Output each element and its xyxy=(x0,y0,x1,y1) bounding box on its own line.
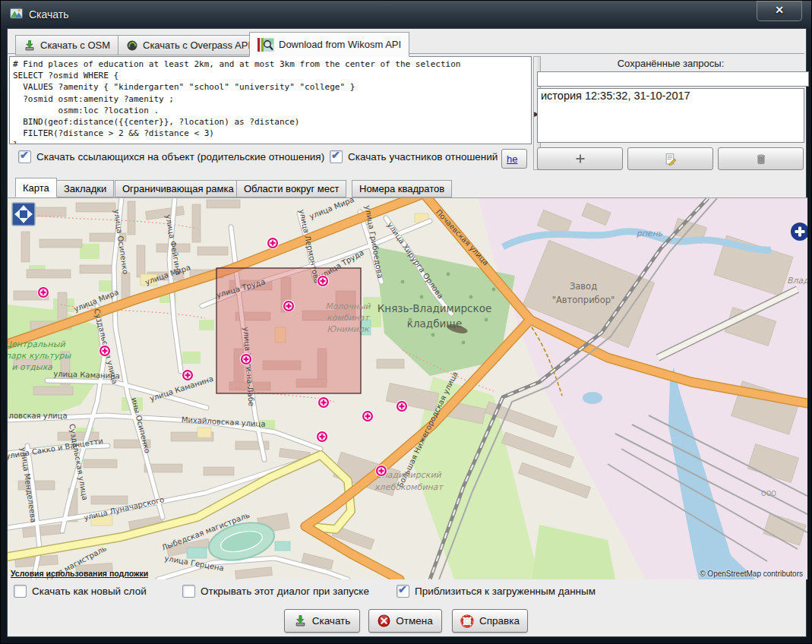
svg-text:кладбище: кладбище xyxy=(407,317,463,330)
hospital-marker xyxy=(362,410,374,422)
svg-text:Центральный: Центральный xyxy=(8,339,65,349)
option-new-layer[interactable]: Скачать как новый слой xyxy=(14,585,147,598)
osm-attribution[interactable]: © OpenStreetMap contributors xyxy=(700,570,803,578)
svg-text:комбинат: комбинат xyxy=(327,313,371,323)
hospital-marker xyxy=(99,345,111,357)
option-open-dialog-startup[interactable]: Открывать этот диалог при запуске xyxy=(182,585,369,598)
svg-text:хлебокомбинат: хлебокомбинат xyxy=(374,482,444,492)
download-icon xyxy=(24,39,36,52)
tab-bounding-box[interactable]: Ограничивающая рамка xyxy=(115,180,242,197)
hospital-marker xyxy=(240,353,252,365)
option-label: Скачать участников отношений xyxy=(348,151,498,163)
query-text: # Find places of education at least 2km,… xyxy=(10,57,531,144)
imagery-terms-link[interactable]: Условия использования подложки xyxy=(11,569,148,578)
overpass-icon xyxy=(126,39,138,52)
plus-icon xyxy=(574,153,586,165)
hospital-marker xyxy=(375,465,387,477)
option-referrers[interactable]: Скачать ссылающихся на объект (родительс… xyxy=(18,150,324,163)
dialog-content: Скачать с OSM Скачать с Overpass API Dow… xyxy=(7,28,807,637)
svg-text:Князь-Владимирское: Князь-Владимирское xyxy=(378,302,491,314)
cancel-icon xyxy=(378,614,390,627)
hospital-marker xyxy=(396,400,408,412)
trash-icon xyxy=(755,153,767,165)
close-button[interactable]: ✕ xyxy=(757,1,802,21)
saved-query-name-input[interactable] xyxy=(537,71,809,87)
svg-text:ловская улица: ловская улица xyxy=(8,412,67,420)
tab-download-overpass[interactable]: Скачать с Overpass API xyxy=(118,35,259,55)
svg-text:Молочный: Молочный xyxy=(325,301,371,311)
svg-text:ООО: ООО xyxy=(761,490,776,497)
option-label: Приблизиться к загруженным данным xyxy=(415,586,596,597)
saved-queries-list[interactable]: история 12:35:32, 31-10-2017 xyxy=(537,88,804,143)
tab-areas-around-places[interactable]: Области вокруг мест xyxy=(236,180,346,197)
hospital-marker xyxy=(317,275,329,287)
saved-queries-title: Сохранённые запросы: xyxy=(537,58,804,69)
download-icon xyxy=(294,614,307,627)
zoom-to-data-checkbox[interactable] xyxy=(397,585,409,598)
button-label: Справка xyxy=(479,615,520,627)
new-layer-checkbox[interactable] xyxy=(14,585,27,598)
map-view[interactable]: улица Мираулица Мираулица МираПочаевская… xyxy=(8,197,807,579)
svg-text:и отдыха: и отдыха xyxy=(11,362,52,372)
window-title: Скачать xyxy=(29,8,69,21)
option-label: Скачать ссылающихся на объект (родительс… xyxy=(36,151,324,163)
button-label: Отмена xyxy=(396,615,432,627)
tab-download-wikosm[interactable]: Download from Wikosm API xyxy=(249,32,409,57)
tab-label: Download from Wikosm API xyxy=(279,39,401,50)
tab-map[interactable]: Карта xyxy=(15,178,57,197)
download-button[interactable]: Скачать xyxy=(284,609,360,633)
svg-text:Завод: Завод xyxy=(570,281,597,292)
option-label: Скачать как новый слой xyxy=(32,586,147,597)
option-label: Открывать этот диалог при запуске xyxy=(201,586,369,597)
add-query-button[interactable] xyxy=(537,147,623,170)
hospital-marker xyxy=(37,286,49,298)
svg-text:рпень: рпень xyxy=(637,229,663,238)
hospital-marker xyxy=(182,369,194,381)
option-relation-members[interactable]: Скачать участников отношений xyxy=(330,150,498,163)
referrers-checkbox[interactable] xyxy=(18,150,31,163)
tab-label: Скачать с OSM xyxy=(40,39,110,51)
option-zoom-to-data[interactable]: Приблизиться к загруженным данным xyxy=(397,585,596,598)
hospital-marker xyxy=(318,396,330,409)
button-label: Скачать xyxy=(312,615,351,627)
titlebar[interactable]: Скачать ✕ xyxy=(1,1,811,28)
startup-checkbox[interactable] xyxy=(182,585,195,598)
svg-text:парк культуры: парк культуры xyxy=(8,351,71,361)
app-icon xyxy=(10,7,23,22)
tab-bookmarks[interactable]: Закладки xyxy=(56,180,114,197)
svg-text:Юнимилк: Юнимилк xyxy=(327,324,370,334)
cancel-button[interactable]: Отмена xyxy=(368,609,442,633)
tab-label: Скачать с Overpass API xyxy=(143,39,251,51)
help-link[interactable]: he xyxy=(501,149,527,169)
svg-text:"Автоприбор": "Автоприбор" xyxy=(552,295,615,305)
delete-query-button[interactable] xyxy=(718,147,804,170)
saved-query-item[interactable]: история 12:35:32, 31-10-2017 xyxy=(538,89,804,103)
hospital-marker xyxy=(267,237,279,249)
fullscreen-button[interactable] xyxy=(12,203,35,226)
hospital-marker xyxy=(316,431,328,443)
svg-text:Влади: Влади xyxy=(787,276,807,286)
edit-query-button[interactable] xyxy=(627,147,713,170)
relation-members-checkbox[interactable] xyxy=(330,150,343,163)
help-button[interactable]: Справка xyxy=(452,609,528,633)
tab-tile-numbers[interactable]: Номера квадратов xyxy=(352,180,452,197)
wikosm-icon xyxy=(258,38,274,52)
query-editor[interactable]: # Find places of education at least 2km,… xyxy=(9,56,532,144)
tab-download-osm[interactable]: Скачать с OSM xyxy=(15,35,118,55)
window-frame: Скачать ✕ Скачать с OSM Скачать с Overpa… xyxy=(0,0,812,644)
edit-icon xyxy=(664,153,677,166)
lifebuoy-icon xyxy=(460,614,474,628)
hospital-marker xyxy=(283,300,295,312)
